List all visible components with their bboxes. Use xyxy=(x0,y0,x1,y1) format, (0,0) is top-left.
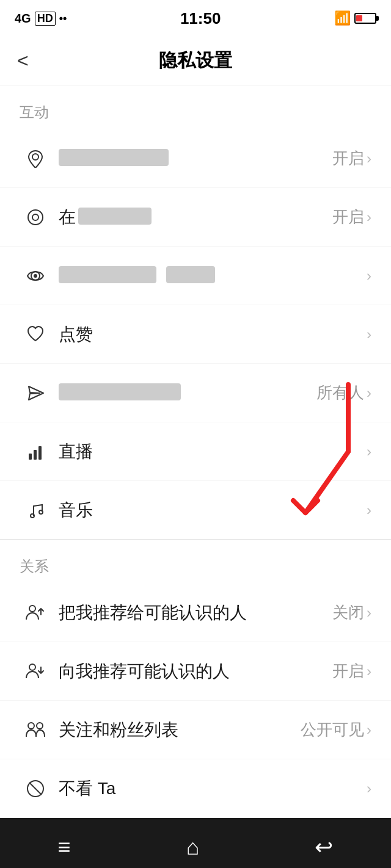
live-icon xyxy=(20,443,51,461)
view-item-right: › xyxy=(367,267,371,284)
fans-list-text: 关注和粉丝列表 xyxy=(51,718,301,742)
live-item-text: 直播 xyxy=(51,440,367,463)
recommend-from-icon xyxy=(20,661,51,682)
content-area: 互动 开启 › 在 开启 › xyxy=(0,85,391,818)
blurred-text-2 xyxy=(166,266,215,283)
recommend-from-status: 开启 xyxy=(332,660,364,682)
signal-text: 4G xyxy=(15,12,31,26)
fans-list-status: 公开可见 xyxy=(301,719,364,740)
svg-rect-7 xyxy=(38,446,42,460)
back-button[interactable]: < xyxy=(17,49,29,72)
fans-list-right: 公开可见 › xyxy=(301,719,371,740)
recommend-from-right: 开启 › xyxy=(332,660,371,682)
music-item-right: › xyxy=(367,502,371,519)
menu-item-online[interactable]: 在 开启 › xyxy=(0,188,391,247)
chevron-right-icon: › xyxy=(367,722,371,739)
clock: 11:50 xyxy=(180,9,221,28)
menu-item-block[interactable]: 不看 Ta › xyxy=(0,759,391,818)
chevron-right-icon: › xyxy=(367,326,371,343)
block-right: › xyxy=(367,780,371,797)
svg-point-0 xyxy=(32,154,38,160)
menu-item-recommend-from[interactable]: 向我推荐可能认识的人 开启 › xyxy=(0,642,391,701)
like-item-right: › xyxy=(367,326,371,343)
battery-fill xyxy=(356,15,362,21)
menu-item-location[interactable]: 开启 › xyxy=(0,129,391,188)
svg-point-10 xyxy=(29,606,35,612)
like-item-text: 点赞 xyxy=(51,323,367,346)
home-icon[interactable]: ⌂ xyxy=(186,834,200,860)
location-icon xyxy=(20,150,51,168)
blurred-text xyxy=(59,266,156,283)
recommend-to-icon xyxy=(20,602,51,623)
chevron-right-icon: › xyxy=(367,385,371,402)
status-bar: 4G HD •• 11:50 📶 xyxy=(0,0,391,37)
like-icon xyxy=(20,325,51,344)
block-text: 不看 Ta xyxy=(51,777,367,800)
svg-point-12 xyxy=(28,723,34,729)
svg-point-4 xyxy=(34,274,37,278)
svg-point-9 xyxy=(39,510,43,514)
chevron-right-icon: › xyxy=(367,209,371,226)
hd-badge: HD xyxy=(35,12,56,26)
connectivity-icons: 📶 xyxy=(334,10,376,26)
online-item-text: 在 xyxy=(51,206,332,229)
fans-list-icon xyxy=(20,720,51,740)
location-item-right: 开启 › xyxy=(332,148,371,169)
battery-icon xyxy=(354,13,376,24)
svg-point-2 xyxy=(32,214,38,220)
svg-rect-5 xyxy=(29,454,32,460)
chevron-right-icon: › xyxy=(367,443,371,460)
send-icon xyxy=(20,384,51,402)
chevron-right-icon: › xyxy=(367,604,371,621)
view-icon xyxy=(20,267,51,285)
chevron-right-icon: › xyxy=(367,267,371,284)
menu-icon[interactable]: ≡ xyxy=(58,834,71,860)
svg-line-15 xyxy=(29,783,42,795)
location-item-text xyxy=(51,149,332,168)
music-icon xyxy=(20,501,51,519)
wifi-icon: 📶 xyxy=(334,10,351,26)
chevron-right-icon: › xyxy=(367,150,371,167)
section-label-relationship: 关系 xyxy=(0,540,391,584)
signal-area: 4G HD •• xyxy=(15,12,67,26)
dot-icons: •• xyxy=(59,12,67,25)
view-item-text xyxy=(51,266,367,286)
online-status: 开启 xyxy=(332,206,364,228)
section-label-interaction: 互动 xyxy=(0,85,391,129)
menu-item-recommend-to[interactable]: 把我推荐给可能认识的人 关闭 › xyxy=(0,584,391,642)
svg-point-8 xyxy=(31,514,34,518)
message-item-text xyxy=(51,383,316,403)
svg-point-1 xyxy=(28,210,43,225)
recommend-to-right: 关闭 › xyxy=(332,602,371,623)
menu-item-live[interactable]: 直播 › xyxy=(0,422,391,481)
location-status: 开启 xyxy=(332,148,364,169)
nav-bar: < 隐私设置 xyxy=(0,37,391,85)
chevron-right-icon: › xyxy=(367,780,371,797)
live-item-right: › xyxy=(367,443,371,460)
menu-item-message[interactable]: 所有人 › xyxy=(0,364,391,422)
svg-point-13 xyxy=(37,723,43,729)
online-icon xyxy=(20,208,51,226)
blurred-text xyxy=(59,149,169,166)
svg-rect-6 xyxy=(34,450,37,460)
svg-point-11 xyxy=(29,664,35,670)
bottom-nav-bar: ≡ ⌂ ↩ xyxy=(0,818,391,868)
recommend-to-text: 把我推荐给可能认识的人 xyxy=(51,601,332,624)
menu-item-view[interactable]: › xyxy=(0,247,391,305)
message-status: 所有人 xyxy=(316,382,364,403)
menu-item-like[interactable]: 点赞 › xyxy=(0,305,391,364)
blurred-text xyxy=(59,383,181,400)
menu-item-fans-list[interactable]: 关注和粉丝列表 公开可见 › xyxy=(0,701,391,759)
chevron-right-icon: › xyxy=(367,663,371,680)
message-item-right: 所有人 › xyxy=(316,382,371,403)
menu-item-music[interactable]: 音乐 › xyxy=(0,481,391,540)
recommend-from-text: 向我推荐可能认识的人 xyxy=(51,660,332,683)
back-nav-icon[interactable]: ↩ xyxy=(315,834,333,860)
recommend-to-status: 关闭 xyxy=(332,602,364,623)
chevron-right-icon: › xyxy=(367,502,371,519)
block-icon xyxy=(20,778,51,799)
page-title: 隐私设置 xyxy=(159,48,232,73)
music-item-text: 音乐 xyxy=(51,499,367,522)
online-item-right: 开启 › xyxy=(332,206,371,228)
blurred-text xyxy=(78,208,152,225)
